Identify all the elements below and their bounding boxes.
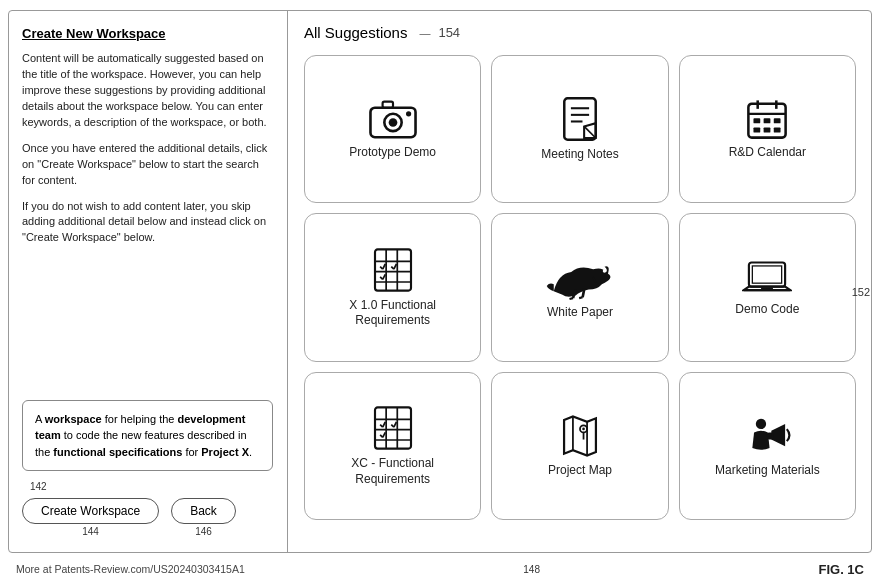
grid-label-x10-func-req: X 1.0 Functional Requirements [313,298,472,329]
svg-rect-3 [382,102,392,108]
grid-label-demo-code: Demo Code [735,302,799,318]
workspace-bold-workspace: workspace [45,413,102,425]
svg-rect-18 [754,128,761,133]
svg-point-4 [406,112,411,117]
label-144-annot: 144 [82,526,99,537]
svg-rect-15 [754,119,761,124]
grid-item-project-map[interactable]: Project Map [491,372,668,520]
grid-label-project-map: Project Map [548,463,612,479]
svg-rect-44 [375,408,411,449]
svg-rect-17 [774,119,781,124]
svg-point-60 [582,428,585,431]
workspace-text-a5: . [249,446,252,458]
svg-rect-20 [774,128,781,133]
laptop-icon [742,258,792,302]
grid-label-white-paper: White Paper [547,305,613,321]
workspace-bold-funcspec: functional specifications [53,446,182,458]
patent-text: More at Patents-Review.com/US20240303415… [16,563,245,575]
svg-line-55 [394,422,397,427]
fig-label: FIG. 1C [818,562,864,577]
para2: Once you have entered the additional det… [22,141,273,189]
svg-point-2 [388,118,397,127]
megaphone-icon [742,413,792,463]
svg-line-53 [382,433,385,438]
grid-item-xc-func-req[interactable]: XC - Functional Requirements [304,372,481,520]
checklist-icon [371,246,415,298]
svg-point-33 [603,269,607,273]
svg-line-35 [569,298,573,299]
para1: Content will be automatically suggested … [22,51,273,131]
workspace-text-a2: for helping the [102,413,178,425]
create-workspace-btn-wrapper: Create Workspace 144 [22,498,159,537]
grid-item-demo-code[interactable]: Demo Code [679,213,856,361]
svg-rect-41 [753,266,782,283]
left-panel: Create New Workspace Content will be aut… [8,10,288,553]
left-panel-body: Content will be automatically suggested … [22,51,273,392]
grid-label-marketing-materials: Marketing Materials [715,463,820,479]
grid-label-prototype-demo: Prototype Demo [349,145,436,161]
svg-rect-16 [764,119,771,124]
workspace-bold-projectx: Project X [201,446,249,458]
calendar-icon [744,97,790,145]
workspace-text-a4: for [182,446,201,458]
svg-line-10 [584,127,596,139]
grid-item-x10-func-req[interactable]: X 1.0 Functional Requirements [304,213,481,361]
suggestions-header: All Suggestions — 154 [304,24,856,41]
svg-line-32 [394,264,397,269]
svg-point-61 [756,419,766,429]
camera-icon [367,97,419,145]
svg-rect-21 [375,249,411,290]
create-workspace-title: Create New Workspace [22,26,273,41]
workspace-description-box[interactable]: A workspace for helping the development … [22,400,273,472]
workspace-text-a1: A [35,413,45,425]
create-workspace-button[interactable]: Create Workspace [22,498,159,524]
notes-icon [558,95,602,147]
suggestions-grid: Prototype Demo Meeting Notes R&D Calenda… [304,55,856,520]
bottom-buttons: Create Workspace 144 Back 146 [22,498,273,537]
bottom-bar: More at Patents-Review.com/US20240303415… [0,555,880,583]
svg-line-37 [579,297,583,298]
grid-item-prototype-demo[interactable]: Prototype Demo [304,55,481,203]
grid-item-white-paper[interactable]: White Paper [491,213,668,361]
svg-line-51 [382,422,385,427]
back-button[interactable]: Back [171,498,236,524]
svg-rect-19 [764,128,771,133]
svg-line-36 [583,288,585,297]
label-152: 152 [852,286,870,298]
label-148: 148 [523,564,540,575]
grid-item-meeting-notes[interactable]: Meeting Notes [491,55,668,203]
svg-line-28 [382,264,385,269]
grid-label-rd-calendar: R&D Calendar [729,145,806,161]
grid-item-rd-calendar[interactable]: R&D Calendar [679,55,856,203]
label-142-annot: 142 [30,481,273,492]
para3: If you do not wish to add content later,… [22,199,273,247]
svg-line-39 [596,282,598,284]
right-panel: All Suggestions — 154 Prototype Demo Mee… [288,10,872,553]
suggestions-title: All Suggestions [304,24,407,41]
label-146-annot: 146 [195,526,212,537]
svg-rect-43 [761,287,773,289]
back-btn-wrapper: Back 146 [171,498,236,537]
grid-label-meeting-notes: Meeting Notes [541,147,618,163]
checklist2-icon [371,404,415,456]
grid-item-marketing-materials[interactable]: Marketing Materials [679,372,856,520]
grid-label-xc-func-req: XC - Functional Requirements [313,456,472,487]
svg-line-30 [382,274,385,279]
label-154: 154 [438,25,460,40]
map-icon [555,413,605,463]
dinosaur-icon [545,255,615,305]
